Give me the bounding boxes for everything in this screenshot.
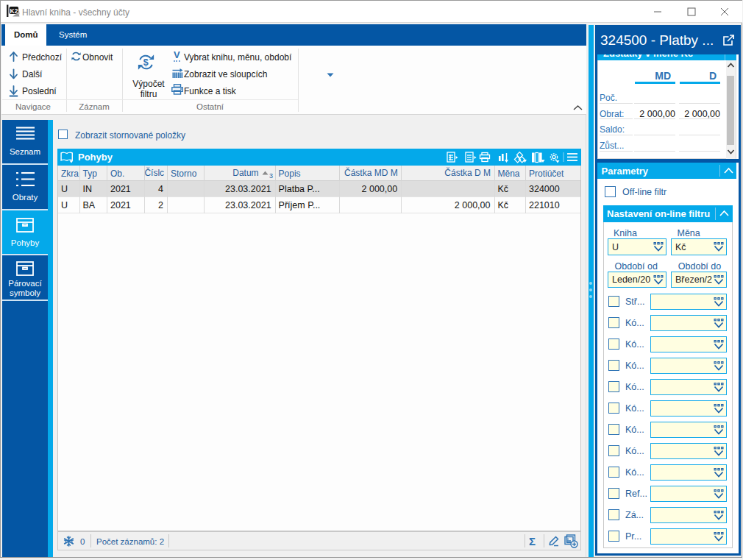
svg-text:$: $ xyxy=(143,57,149,68)
